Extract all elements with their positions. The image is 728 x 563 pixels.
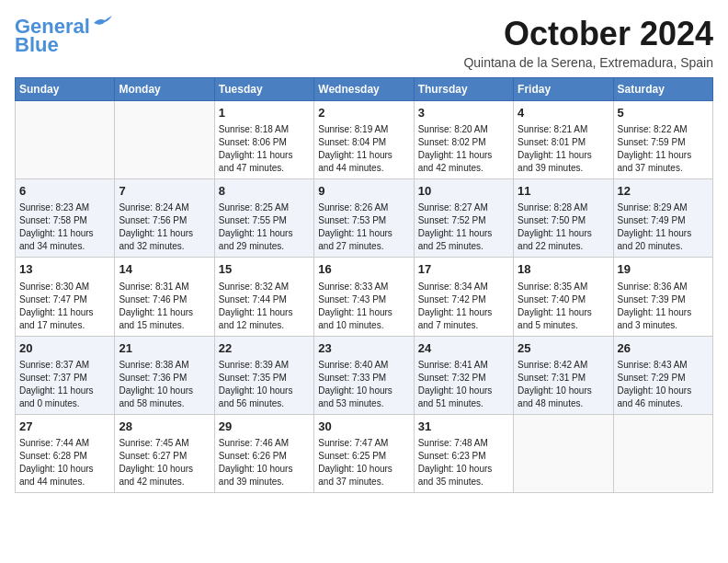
logo: General Blue bbox=[15, 15, 112, 57]
day-info: Sunrise: 8:20 AM Sunset: 8:02 PM Dayligh… bbox=[418, 123, 509, 175]
day-info: Sunrise: 8:42 AM Sunset: 7:31 PM Dayligh… bbox=[518, 359, 609, 410]
weekday-header-wednesday: Wednesday bbox=[314, 78, 414, 101]
day-number: 27 bbox=[19, 419, 110, 435]
day-number: 15 bbox=[219, 261, 310, 278]
calendar-cell: 25Sunrise: 8:42 AM Sunset: 7:31 PM Dayli… bbox=[514, 336, 613, 414]
day-info: Sunrise: 8:26 AM Sunset: 7:53 PM Dayligh… bbox=[318, 201, 409, 253]
day-number: 22 bbox=[219, 340, 310, 357]
calendar-cell: 27Sunrise: 7:44 AM Sunset: 6:28 PM Dayli… bbox=[16, 414, 115, 492]
calendar-cell: 28Sunrise: 7:45 AM Sunset: 6:27 PM Dayli… bbox=[115, 414, 214, 492]
day-number: 1 bbox=[219, 105, 310, 121]
day-info: Sunrise: 8:43 AM Sunset: 7:29 PM Dayligh… bbox=[618, 359, 709, 410]
day-number: 28 bbox=[119, 419, 210, 435]
day-info: Sunrise: 8:39 AM Sunset: 7:35 PM Dayligh… bbox=[219, 359, 310, 410]
day-info: Sunrise: 8:37 AM Sunset: 7:37 PM Dayligh… bbox=[19, 359, 110, 410]
day-number: 23 bbox=[318, 340, 409, 357]
day-number: 10 bbox=[418, 183, 509, 200]
logo-line2: Blue bbox=[15, 33, 59, 57]
calendar-cell bbox=[514, 414, 613, 492]
calendar-cell: 2Sunrise: 8:19 AM Sunset: 8:04 PM Daylig… bbox=[314, 101, 414, 179]
day-number: 9 bbox=[318, 183, 409, 200]
day-number: 14 bbox=[119, 261, 210, 278]
day-number: 19 bbox=[618, 261, 709, 278]
calendar-cell bbox=[115, 101, 214, 179]
day-number: 5 bbox=[618, 105, 709, 121]
calendar-week-3: 13Sunrise: 8:30 AM Sunset: 7:47 PM Dayli… bbox=[16, 258, 713, 336]
calendar-cell: 20Sunrise: 8:37 AM Sunset: 7:37 PM Dayli… bbox=[16, 336, 115, 414]
day-info: Sunrise: 8:27 AM Sunset: 7:52 PM Dayligh… bbox=[418, 201, 509, 253]
calendar-cell: 15Sunrise: 8:32 AM Sunset: 7:44 PM Dayli… bbox=[214, 258, 313, 336]
day-info: Sunrise: 8:28 AM Sunset: 7:50 PM Dayligh… bbox=[518, 201, 609, 253]
calendar-cell bbox=[613, 414, 712, 492]
weekday-header-monday: Monday bbox=[115, 78, 214, 101]
month-title: October 2024 bbox=[463, 15, 713, 53]
logo-bird-icon bbox=[92, 16, 112, 30]
calendar-cell: 13Sunrise: 8:30 AM Sunset: 7:47 PM Dayli… bbox=[16, 258, 115, 336]
calendar-body: 1Sunrise: 8:18 AM Sunset: 8:06 PM Daylig… bbox=[16, 101, 713, 493]
calendar-cell: 12Sunrise: 8:29 AM Sunset: 7:49 PM Dayli… bbox=[613, 179, 712, 258]
day-info: Sunrise: 7:45 AM Sunset: 6:27 PM Dayligh… bbox=[119, 437, 210, 488]
day-info: Sunrise: 7:46 AM Sunset: 6:26 PM Dayligh… bbox=[219, 437, 310, 488]
calendar-cell: 9Sunrise: 8:26 AM Sunset: 7:53 PM Daylig… bbox=[314, 179, 414, 258]
day-info: Sunrise: 8:34 AM Sunset: 7:42 PM Dayligh… bbox=[418, 281, 509, 332]
calendar-cell: 21Sunrise: 8:38 AM Sunset: 7:36 PM Dayli… bbox=[115, 336, 214, 414]
day-number: 29 bbox=[219, 419, 310, 435]
location: Quintana de la Serena, Extremadura, Spai… bbox=[463, 55, 713, 70]
day-number: 8 bbox=[219, 183, 310, 200]
day-info: Sunrise: 8:22 AM Sunset: 7:59 PM Dayligh… bbox=[618, 123, 709, 175]
calendar-week-5: 27Sunrise: 7:44 AM Sunset: 6:28 PM Dayli… bbox=[16, 414, 713, 492]
calendar-cell: 22Sunrise: 8:39 AM Sunset: 7:35 PM Dayli… bbox=[214, 336, 313, 414]
day-number: 24 bbox=[418, 340, 509, 357]
calendar-cell: 14Sunrise: 8:31 AM Sunset: 7:46 PM Dayli… bbox=[115, 258, 214, 336]
calendar-cell: 11Sunrise: 8:28 AM Sunset: 7:50 PM Dayli… bbox=[514, 179, 613, 258]
day-number: 31 bbox=[418, 419, 509, 435]
calendar-cell: 30Sunrise: 7:47 AM Sunset: 6:25 PM Dayli… bbox=[314, 414, 414, 492]
calendar-cell: 31Sunrise: 7:48 AM Sunset: 6:23 PM Dayli… bbox=[414, 414, 513, 492]
day-info: Sunrise: 8:19 AM Sunset: 8:04 PM Dayligh… bbox=[318, 123, 409, 175]
calendar-cell: 8Sunrise: 8:25 AM Sunset: 7:55 PM Daylig… bbox=[214, 179, 313, 258]
calendar-cell bbox=[16, 101, 115, 179]
day-number: 6 bbox=[19, 183, 110, 200]
day-number: 26 bbox=[618, 340, 709, 357]
calendar-cell: 7Sunrise: 8:24 AM Sunset: 7:56 PM Daylig… bbox=[115, 179, 214, 258]
day-info: Sunrise: 8:40 AM Sunset: 7:33 PM Dayligh… bbox=[318, 359, 409, 410]
calendar-cell: 4Sunrise: 8:21 AM Sunset: 8:01 PM Daylig… bbox=[514, 101, 613, 179]
calendar-week-1: 1Sunrise: 8:18 AM Sunset: 8:06 PM Daylig… bbox=[16, 101, 713, 179]
day-info: Sunrise: 8:36 AM Sunset: 7:39 PM Dayligh… bbox=[618, 281, 709, 332]
day-number: 4 bbox=[518, 105, 609, 121]
weekday-header-tuesday: Tuesday bbox=[214, 78, 313, 101]
day-number: 20 bbox=[19, 340, 110, 357]
day-number: 16 bbox=[318, 261, 409, 278]
weekday-header-sunday: Sunday bbox=[16, 78, 115, 101]
day-info: Sunrise: 7:48 AM Sunset: 6:23 PM Dayligh… bbox=[418, 437, 509, 488]
title-block: October 2024 Quintana de la Serena, Extr… bbox=[463, 15, 713, 70]
day-info: Sunrise: 8:31 AM Sunset: 7:46 PM Dayligh… bbox=[119, 281, 210, 332]
calendar-cell: 16Sunrise: 8:33 AM Sunset: 7:43 PM Dayli… bbox=[314, 258, 414, 336]
page-header: General Blue October 2024 Quintana de la… bbox=[15, 15, 713, 70]
day-number: 18 bbox=[518, 261, 609, 278]
day-number: 11 bbox=[518, 183, 609, 200]
weekday-header-thursday: Thursday bbox=[414, 78, 513, 101]
calendar-cell: 6Sunrise: 8:23 AM Sunset: 7:58 PM Daylig… bbox=[16, 179, 115, 258]
day-info: Sunrise: 8:21 AM Sunset: 8:01 PM Dayligh… bbox=[518, 123, 609, 175]
day-number: 7 bbox=[119, 183, 210, 200]
day-info: Sunrise: 8:38 AM Sunset: 7:36 PM Dayligh… bbox=[119, 359, 210, 410]
day-info: Sunrise: 7:47 AM Sunset: 6:25 PM Dayligh… bbox=[318, 437, 409, 488]
day-info: Sunrise: 8:24 AM Sunset: 7:56 PM Dayligh… bbox=[119, 201, 210, 253]
day-info: Sunrise: 8:25 AM Sunset: 7:55 PM Dayligh… bbox=[219, 201, 310, 253]
calendar-cell: 23Sunrise: 8:40 AM Sunset: 7:33 PM Dayli… bbox=[314, 336, 414, 414]
day-info: Sunrise: 8:29 AM Sunset: 7:49 PM Dayligh… bbox=[618, 201, 709, 253]
calendar-table: SundayMondayTuesdayWednesdayThursdayFrid… bbox=[15, 77, 713, 493]
day-info: Sunrise: 7:44 AM Sunset: 6:28 PM Dayligh… bbox=[19, 437, 110, 488]
day-number: 3 bbox=[418, 105, 509, 121]
day-number: 13 bbox=[19, 261, 110, 278]
day-number: 25 bbox=[518, 340, 609, 357]
calendar-cell: 29Sunrise: 7:46 AM Sunset: 6:26 PM Dayli… bbox=[214, 414, 313, 492]
calendar-cell: 18Sunrise: 8:35 AM Sunset: 7:40 PM Dayli… bbox=[514, 258, 613, 336]
day-info: Sunrise: 8:41 AM Sunset: 7:32 PM Dayligh… bbox=[418, 359, 509, 410]
day-info: Sunrise: 8:35 AM Sunset: 7:40 PM Dayligh… bbox=[518, 281, 609, 332]
calendar-cell: 26Sunrise: 8:43 AM Sunset: 7:29 PM Dayli… bbox=[613, 336, 712, 414]
day-info: Sunrise: 8:30 AM Sunset: 7:47 PM Dayligh… bbox=[19, 281, 110, 332]
calendar-cell: 3Sunrise: 8:20 AM Sunset: 8:02 PM Daylig… bbox=[414, 101, 513, 179]
calendar-cell: 10Sunrise: 8:27 AM Sunset: 7:52 PM Dayli… bbox=[414, 179, 513, 258]
